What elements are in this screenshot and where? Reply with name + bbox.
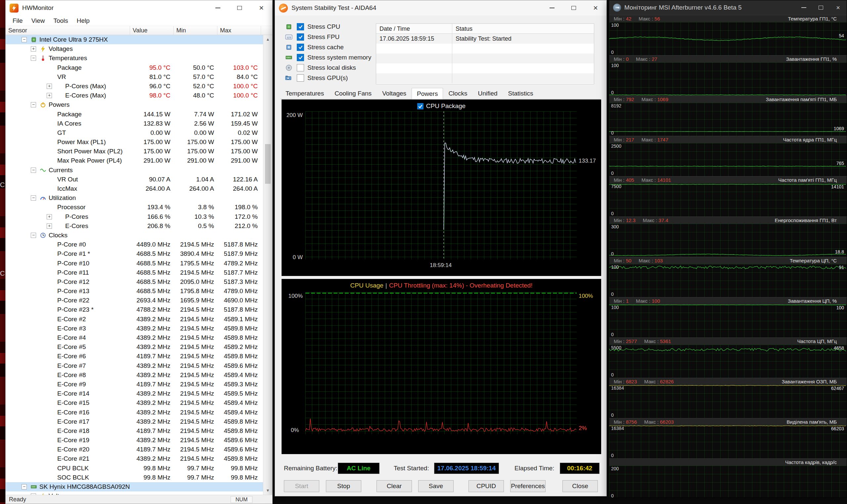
- minimize-button[interactable]: [795, 0, 812, 15]
- sensor-row[interactable]: P-Core #124688.5 MHz2095.0 MHz5187.3 MHz: [6, 277, 263, 287]
- save-button[interactable]: Save: [418, 480, 454, 492]
- sensor-row[interactable]: Power Max (PL1)175.00 W175.00 W175.00 W: [6, 138, 263, 147]
- device-row[interactable]: −Intel Core Ultra 9 275HX: [6, 35, 263, 44]
- minimize-button[interactable]: [541, 0, 563, 16]
- expand-toggle[interactable]: +: [47, 93, 52, 98]
- sensor-row[interactable]: E-Core #174389.2 MHz2194.5 MHz4589.8 MHz: [6, 417, 263, 426]
- sensor-group-row[interactable]: −Powers: [6, 100, 263, 109]
- sensor-row[interactable]: P-Core #114688.5 MHz2194.5 MHz5187.7 MHz: [6, 268, 263, 277]
- maximize-button[interactable]: [229, 0, 250, 16]
- sensor-row[interactable]: P-Core #134688.5 MHz1795.8 MHz4789.0 MHz: [6, 287, 263, 296]
- menu-item-file[interactable]: File: [8, 16, 27, 25]
- sensor-row[interactable]: E-Core #84389.2 MHz2194.5 MHz4589.4 MHz: [6, 371, 263, 380]
- sensor-row[interactable]: E-Core #204189.7 MHz2194.5 MHz4589.6 MHz: [6, 445, 263, 454]
- sensor-row[interactable]: E-Core #44389.2 MHz2194.5 MHz4589.8 MHz: [6, 333, 263, 342]
- tab-unified[interactable]: Unified: [472, 88, 503, 99]
- expand-toggle[interactable]: −: [31, 102, 36, 107]
- sensor-row[interactable]: Processor193.4 %3.8 %198.0 %: [6, 203, 263, 212]
- sensor-row[interactable]: IccMax264.00 A264.00 A264.00 A: [6, 184, 263, 193]
- sensor-group-row[interactable]: +Voltages: [6, 491, 263, 495]
- sensor-row[interactable]: Package95.0 °C50.0 °C103.0 °C: [6, 63, 263, 72]
- sensor-row[interactable]: E-Core #184189.7 MHz2194.5 MHz4589.8 MHz: [6, 426, 263, 436]
- sensor-row[interactable]: SOC BCLK99.8 MHz99.7 MHz99.8 MHz: [6, 473, 263, 482]
- sensor-group-row[interactable]: +Voltages: [6, 44, 263, 54]
- sensor-row[interactable]: CPU BCLK99.8 MHz99.7 MHz99.8 MHz: [6, 464, 263, 473]
- expand-toggle[interactable]: −: [31, 55, 36, 61]
- column-max[interactable]: Max: [218, 26, 261, 35]
- log-column-status[interactable]: Status: [452, 24, 594, 33]
- expand-toggle[interactable]: +: [47, 214, 52, 219]
- vertical-scrollbar[interactable]: ▲ ▼: [263, 35, 272, 495]
- minimize-button[interactable]: [207, 0, 229, 16]
- start-button[interactable]: Start: [284, 480, 319, 492]
- menu-item-view[interactable]: View: [27, 16, 49, 25]
- sensor-group-row[interactable]: −Utilization: [6, 193, 263, 203]
- device-row[interactable]: −SK Hynix HMCG88AGBSA092N: [6, 482, 263, 491]
- sensor-row[interactable]: Package144.15 W7.74 W171.02 W: [6, 110, 263, 119]
- sensor-row[interactable]: E-Core #54389.2 MHz2194.5 MHz4589.2 MHz: [6, 342, 263, 352]
- sensor-row[interactable]: E-Core #214389.2 MHz2194.5 MHz4589.8 MHz: [6, 454, 263, 463]
- sensor-row[interactable]: P-Core #104688.5 MHz1795.5 MHz4789.2 MHz: [6, 259, 263, 268]
- sensor-row[interactable]: E-Core #94189.7 MHz2194.5 MHz4589.3 MHz: [6, 380, 263, 389]
- log-entry-row[interactable]: 17.06.2025 18:59:15Stability Test: Start…: [376, 34, 594, 43]
- expand-toggle[interactable]: −: [21, 484, 27, 489]
- sensor-row[interactable]: P-Core #23 *4788.2 MHz2194.5 MHz5187.8 M…: [6, 305, 263, 314]
- stress-checkbox[interactable]: [297, 54, 304, 61]
- sensor-row[interactable]: GT0.00 W0.00 W0.02 W: [6, 128, 263, 138]
- cpuid-button[interactable]: CPUID: [468, 480, 504, 492]
- stop-button[interactable]: Stop: [326, 480, 361, 492]
- scroll-up-icon[interactable]: ▲: [263, 35, 272, 43]
- stress-checkbox[interactable]: [297, 43, 304, 51]
- menu-item-tools[interactable]: Tools: [49, 16, 72, 25]
- expand-toggle[interactable]: −: [31, 195, 36, 201]
- sensor-row[interactable]: +E-Cores206.8 %0.5 %212.0 %: [6, 221, 263, 231]
- sensor-row[interactable]: P-Core #1 *4688.5 MHz3890.4 MHz5187.9 MH…: [6, 249, 263, 258]
- sensor-row[interactable]: P-Core #04489.0 MHz2194.5 MHz5187.8 MHz: [6, 240, 263, 249]
- afterburner-titlebar[interactable]: Моніторинг MSI Afterburner v4.6.6 Beta 5…: [609, 0, 847, 15]
- preferences-button[interactable]: Preferences: [510, 480, 546, 492]
- close-button[interactable]: ×: [829, 0, 847, 15]
- sensor-row[interactable]: E-Core #154389.2 MHz2194.5 MHz4589.4 MHz: [6, 398, 263, 408]
- tab-statistics[interactable]: Statistics: [503, 88, 539, 99]
- scroll-down-icon[interactable]: ▼: [263, 486, 272, 495]
- cpu-package-legend-checkbox[interactable]: [417, 103, 424, 109]
- expand-toggle[interactable]: +: [47, 223, 52, 229]
- sensor-row[interactable]: P-Core #222693.4 MHz1695.9 MHz4690.0 MHz: [6, 296, 263, 305]
- sensor-row[interactable]: E-Core #34389.2 MHz2194.5 MHz4589.8 MHz: [6, 324, 263, 333]
- sensor-group-row[interactable]: −Currents: [6, 166, 263, 175]
- column-value[interactable]: Value: [130, 26, 174, 35]
- menu-item-help[interactable]: Help: [72, 16, 94, 25]
- expand-toggle[interactable]: −: [31, 167, 36, 173]
- sensor-row[interactable]: Max Peak Power (PL4)291.00 W291.00 W291.…: [6, 156, 263, 165]
- tab-voltages[interactable]: Voltages: [377, 88, 412, 99]
- sensor-row[interactable]: +P-Cores (Max)96.0 °C52.0 °C100.0 °C: [6, 82, 263, 91]
- sensor-row[interactable]: +P-Cores166.6 %10.3 %172.0 %: [6, 212, 263, 221]
- sensor-row[interactable]: E-Core #74389.2 MHz2194.5 MHz4589.6 MHz: [6, 361, 263, 371]
- stress-checkbox[interactable]: [297, 33, 304, 41]
- sensor-row[interactable]: E-Core #164389.2 MHz2194.5 MHz4589.4 MHz: [6, 408, 263, 417]
- expand-toggle[interactable]: +: [47, 84, 52, 89]
- sensor-row[interactable]: +E-Cores (Max)98.0 °C48.0 °C100.0 °C: [6, 91, 263, 100]
- tab-temperatures[interactable]: Temperatures: [280, 88, 329, 99]
- close-button[interactable]: Close: [563, 480, 598, 492]
- log-column-datetime[interactable]: Date / Time: [376, 24, 452, 33]
- stress-checkbox[interactable]: [297, 64, 304, 71]
- sensor-row[interactable]: VR81.0 °C57.0 °C84.0 °C: [6, 72, 263, 82]
- tab-powers[interactable]: Powers: [412, 88, 443, 99]
- scrollbar-thumb[interactable]: [265, 144, 271, 184]
- hwmonitor-titlebar[interactable]: HWMonitor ×: [6, 0, 272, 16]
- tab-clocks[interactable]: Clocks: [443, 88, 472, 99]
- sensor-row[interactable]: E-Core #24389.2 MHz2194.5 MHz4589.1 MHz: [6, 314, 263, 324]
- clear-button[interactable]: Clear: [377, 480, 412, 492]
- column-min[interactable]: Min: [174, 26, 218, 35]
- aida64-titlebar[interactable]: System Stability Test - AIDA64 ×: [275, 0, 606, 16]
- maximize-button[interactable]: [812, 0, 829, 15]
- sensor-row[interactable]: E-Core #194389.2 MHz2194.5 MHz4589.6 MHz: [6, 436, 263, 445]
- close-button[interactable]: ×: [585, 0, 606, 16]
- sensor-row[interactable]: E-Core #144389.2 MHz2194.5 MHz4589.5 MHz: [6, 389, 263, 398]
- sensor-group-row[interactable]: −Temperatures: [6, 54, 263, 63]
- maximize-button[interactable]: [563, 0, 585, 16]
- stress-checkbox[interactable]: [297, 74, 304, 82]
- sensor-row[interactable]: Short Power Max (PL2)175.00 W175.00 W175…: [6, 147, 263, 156]
- sensor-group-row[interactable]: −Clocks: [6, 231, 263, 240]
